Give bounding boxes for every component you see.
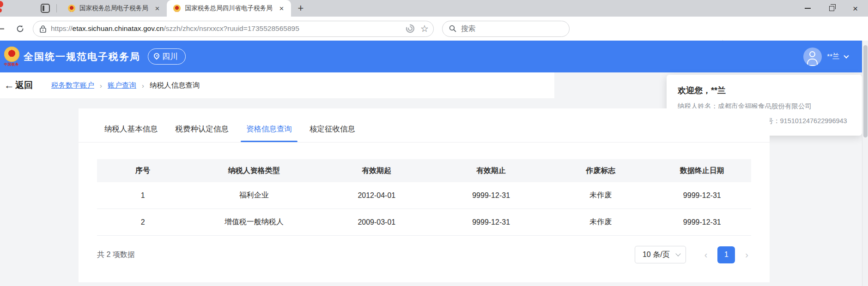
- breadcrumb-bar: ← 返回 税务数字账户 › 账户查询 › 纳税人信息查询: [0, 72, 554, 98]
- col-header-qualification-type: 纳税人资格类型: [188, 166, 319, 176]
- cell-valid-from: 2012-04-01: [319, 191, 434, 200]
- table-row: 2 增值税一般纳税人 2009-03-01 9999-12-31 未作废 999…: [97, 209, 751, 236]
- site-title: 全国统一规范电子税务局: [24, 50, 140, 63]
- new-tab-button[interactable]: +: [297, 3, 303, 13]
- cell-qualification-type: 增值税一般纳税人: [188, 217, 319, 227]
- pagination: 10 条/页 ‹ 1 ›: [635, 246, 751, 263]
- content-tabs: 纳税人基本信息 税费种认定信息 资格信息查询 核定征收信息: [79, 108, 770, 143]
- next-page-button[interactable]: ›: [742, 250, 751, 260]
- address-bar[interactable]: https://etax.sichuan.chinatax.gov.cn/szz…: [33, 21, 434, 37]
- page-action-swirl-icon[interactable]: [406, 24, 415, 33]
- browser-tab-1[interactable]: 国家税务总局电子税务局 ×: [61, 0, 167, 17]
- total-count-label: 共 2 项数据: [97, 250, 135, 260]
- tab-taxpayer-basic-info[interactable]: 纳税人基本信息: [104, 124, 158, 142]
- edge-profile-fragment-icon: [0, 1, 3, 7]
- search-box[interactable]: 搜索: [442, 21, 570, 37]
- breadcrumb-current: 纳税人信息查询: [150, 81, 200, 90]
- add-favorite-star-icon[interactable]: ☆: [420, 24, 429, 33]
- cell-void-flag: 未作废: [548, 191, 653, 200]
- breadcrumb-separator: ›: [100, 82, 102, 89]
- table-row: 1 福利企业 2012-04-01 9999-12-31 未作废 9999-12…: [97, 182, 751, 209]
- location-pin-icon: [153, 52, 161, 60]
- tab-title: 国家税务总局四川省电子税务局: [185, 4, 272, 12]
- cell-valid-to: 9999-12-31: [434, 191, 548, 200]
- breadcrumb-separator: ›: [142, 82, 144, 89]
- search-placeholder: 搜索: [461, 24, 475, 34]
- main-content-card: 纳税人基本信息 税费种认定信息 资格信息查询 核定征收信息 序号 纳税人资格类型…: [79, 108, 770, 282]
- page-size-select[interactable]: 10 条/页: [635, 246, 686, 263]
- cell-seq: 2: [97, 218, 188, 226]
- breadcrumb-link-account-query[interactable]: 账户查询: [108, 81, 136, 90]
- url-text: https://etax.sichuan.chinatax.gov.cn/szz…: [51, 24, 406, 33]
- region-selector[interactable]: 四川: [148, 48, 186, 65]
- cell-qualification-type: 福利企业: [188, 191, 319, 200]
- back-button[interactable]: ← 返回: [4, 79, 33, 91]
- cell-void-flag: 未作废: [548, 217, 653, 227]
- tab-close-icon[interactable]: ×: [276, 5, 286, 12]
- window-minimize-button[interactable]: [805, 8, 811, 9]
- page-scrollbar[interactable]: [862, 41, 868, 286]
- cell-seq: 1: [97, 191, 188, 200]
- col-header-valid-from: 有效期起: [319, 166, 434, 176]
- chevron-down-icon: [675, 251, 680, 256]
- browser-tab-bar: 国家税务总局电子税务局 × 国家税务总局四川省电子税务局 × + ×: [0, 0, 868, 17]
- chevron-down-icon: [844, 53, 849, 58]
- national-emblem-icon: [4, 47, 19, 62]
- person-icon: [807, 59, 818, 66]
- tax-bureau-favicon-icon: [173, 5, 181, 12]
- col-header-valid-to: 有效期止: [434, 166, 548, 176]
- window-close-button[interactable]: ×: [853, 4, 858, 13]
- tab-close-icon[interactable]: ×: [152, 5, 163, 12]
- col-header-void-flag: 作废标志: [548, 166, 653, 176]
- edge-profile-fragment-icon: [0, 8, 2, 12]
- tax-bureau-favicon-icon: [68, 5, 75, 12]
- window-controls: ×: [805, 0, 868, 17]
- user-menu[interactable]: **兰: [803, 41, 848, 72]
- tax-emblem-logo: 中国税务: [3, 47, 20, 67]
- browser-toolbar: https://etax.sichuan.chinatax.gov.cn/szz…: [0, 17, 868, 41]
- person-icon: [809, 51, 815, 57]
- divider: [56, 4, 57, 12]
- site-header: 中国税务 全国统一规范电子税务局 四川 **兰: [0, 41, 862, 72]
- qualification-table: 序号 纳税人资格类型 有效期起 有效期止 作废标志 数据终止日期 1 福利企业 …: [97, 159, 751, 236]
- welcome-greeting: 欢迎您，**兰: [678, 85, 851, 96]
- breadcrumb-link-digital-account[interactable]: 税务数字账户: [51, 81, 94, 90]
- cell-valid-from: 2009-03-01: [319, 218, 434, 226]
- window-restore-button[interactable]: [829, 6, 834, 11]
- tab-qualification-info-active[interactable]: 资格信息查询: [246, 124, 292, 142]
- browser-tab-2-active[interactable]: 国家税务总局四川省电子税务局 ×: [167, 0, 291, 17]
- screen: 国家税务总局电子税务局 × 国家税务总局四川省电子税务局 × + × https…: [0, 0, 868, 286]
- col-header-data-end-date: 数据终止日期: [653, 166, 751, 176]
- user-name: **兰: [827, 52, 839, 61]
- page-size-value: 10 条/页: [643, 250, 670, 260]
- previous-page-button[interactable]: ‹: [702, 250, 710, 260]
- table-header-row: 序号 纳税人资格类型 有效期起 有效期止 作废标志 数据终止日期: [97, 159, 751, 182]
- scrollbar-thumb[interactable]: [863, 45, 868, 137]
- logo-text: 中国税务: [4, 62, 19, 67]
- refresh-button[interactable]: [16, 24, 24, 33]
- cell-data-end-date: 9999-12-31: [653, 191, 751, 200]
- tab-tax-type-info[interactable]: 税费种认定信息: [176, 124, 229, 142]
- page-number-button[interactable]: 1: [717, 246, 735, 263]
- table-footer: 共 2 项数据 10 条/页 ‹ 1 ›: [97, 246, 751, 263]
- lock-icon: [40, 25, 46, 33]
- col-header-seq: 序号: [97, 166, 188, 176]
- cell-valid-to: 9999-12-31: [434, 218, 548, 226]
- breadcrumb: 税务数字账户 › 账户查询 › 纳税人信息查询: [51, 81, 200, 90]
- region-label: 四川: [162, 51, 178, 62]
- back-arrow-icon: ←: [4, 80, 14, 90]
- cell-data-end-date: 9999-12-31: [653, 218, 751, 226]
- tab-title: 国家税务总局电子税务局: [79, 4, 148, 12]
- user-avatar[interactable]: [803, 48, 822, 66]
- back-button-fragment-icon: [0, 28, 4, 30]
- search-icon: [449, 25, 456, 32]
- tab-assessed-collection-info[interactable]: 核定征收信息: [310, 124, 355, 142]
- tab-actions-menu-icon[interactable]: [41, 4, 50, 13]
